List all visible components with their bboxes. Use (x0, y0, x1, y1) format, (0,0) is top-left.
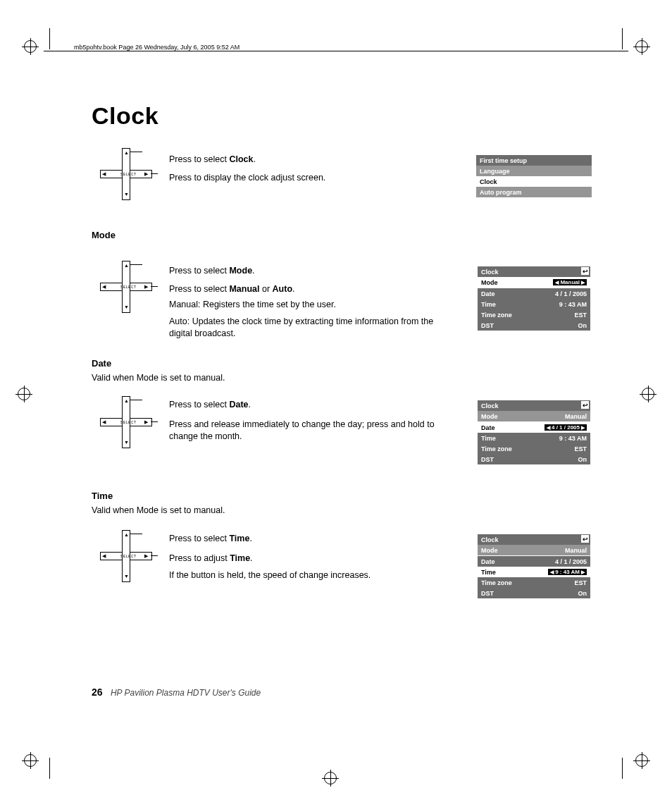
osd-row: Time zoneEST (478, 443, 590, 454)
instruction-text: Press to select Clock. (169, 154, 256, 166)
section-heading: Date (92, 358, 111, 369)
osd-row: DSTOn (478, 320, 590, 331)
page-number: 26 (92, 686, 103, 698)
registration-mark-icon (635, 754, 648, 767)
instruction-text: Manual: Registers the time set by the us… (169, 299, 336, 311)
osd-clock-menu: Clock↩ ModeManual Date◀4 / 1 / 2005▶ Tim… (478, 400, 590, 464)
dpad-icon: SELECT ▲▼◀▶ (100, 261, 151, 312)
dpad-icon: SELECT ▲▼◀▶ (100, 148, 151, 199)
registration-mark-icon (642, 388, 654, 400)
osd-setup-menu: First time setup Language Clock Auto pro… (476, 155, 592, 197)
menu-item: Auto program (476, 187, 592, 197)
osd-row-selected: Mode◀Manual▶ (478, 277, 590, 288)
instruction-text: If the button is held, the speed of chan… (169, 569, 371, 581)
instruction-text: Press to select Manual or Auto. (169, 283, 295, 295)
instruction-text: Press to select Mode. (169, 265, 255, 277)
osd-row: DSTOn (478, 454, 590, 464)
crop-tick (49, 758, 50, 779)
registration-mark-icon (635, 40, 648, 53)
return-icon: ↩ (581, 267, 589, 275)
osd-title-row: Clock↩ (478, 534, 590, 545)
instruction-text: Press and release immediately to change … (169, 419, 451, 443)
instruction-text: Press to adjust Time. (169, 553, 253, 565)
osd-row: Time9 : 43 AM (478, 299, 590, 309)
section-heading: Mode (92, 230, 116, 240)
instruction-text: Press to display the clock adjust screen… (169, 172, 325, 184)
registration-mark-icon (24, 40, 37, 53)
menu-item: Language (476, 166, 592, 176)
instruction-text: Valid when Mode is set to manual. (92, 372, 225, 384)
page-title: Clock (92, 102, 158, 130)
dpad-icon: SELECT ▲▼◀▶ (100, 530, 151, 581)
osd-row: DSTOn (478, 588, 590, 598)
osd-clock-menu: Clock↩ ModeManual Date4 / 1 / 2005 Time◀… (478, 534, 590, 598)
crop-line (44, 51, 628, 51)
page-footer: 26 HP Pavilion Plasma HDTV User's Guide (92, 686, 261, 698)
instruction-text: Valid when Mode is set to manual. (92, 505, 225, 517)
instruction-text: Press to select Time. (169, 533, 252, 545)
section-heading: Time (92, 491, 113, 501)
osd-row-selected: Date◀4 / 1 / 2005▶ (478, 422, 590, 433)
osd-row: Date4 / 1 / 2005 (478, 556, 590, 567)
osd-row: ModeManual (478, 411, 590, 421)
page-header-meta: mb5pohtv.book Page 26 Wednesday, July 6,… (74, 44, 239, 51)
osd-clock-menu: Clock↩ Mode◀Manual▶ Date4 / 1 / 2005 Tim… (478, 266, 590, 331)
crop-tick (622, 28, 623, 49)
menu-item: First time setup (476, 155, 592, 166)
footer-text: HP Pavilion Plasma HDTV User's Guide (111, 688, 261, 698)
osd-row-selected: Time◀9 : 43 AM▶ (478, 567, 590, 577)
registration-mark-icon (24, 754, 37, 767)
instruction-text: Press to select Date. (169, 399, 251, 411)
registration-mark-icon (18, 388, 30, 400)
dpad-icon: SELECT ▲▼◀▶ (100, 396, 151, 447)
osd-title-row: Clock↩ (478, 400, 590, 411)
return-icon: ↩ (581, 535, 589, 543)
osd-row: Time9 : 43 AM (478, 433, 590, 443)
return-icon: ↩ (581, 401, 589, 409)
crop-tick (622, 758, 623, 779)
osd-title-row: Clock↩ (478, 266, 590, 277)
registration-mark-icon (324, 772, 337, 784)
menu-item-selected: Clock (476, 176, 592, 187)
osd-row: Date4 / 1 / 2005 (478, 288, 590, 299)
osd-row: Time zoneEST (478, 309, 590, 320)
osd-row: Time zoneEST (478, 577, 590, 588)
manual-page: mb5pohtv.book Page 26 Wednesday, July 6,… (0, 0, 672, 807)
instruction-text: Auto: Updates the clock time by extracti… (169, 316, 451, 340)
osd-row: ModeManual (478, 545, 590, 555)
crop-tick (49, 28, 50, 49)
